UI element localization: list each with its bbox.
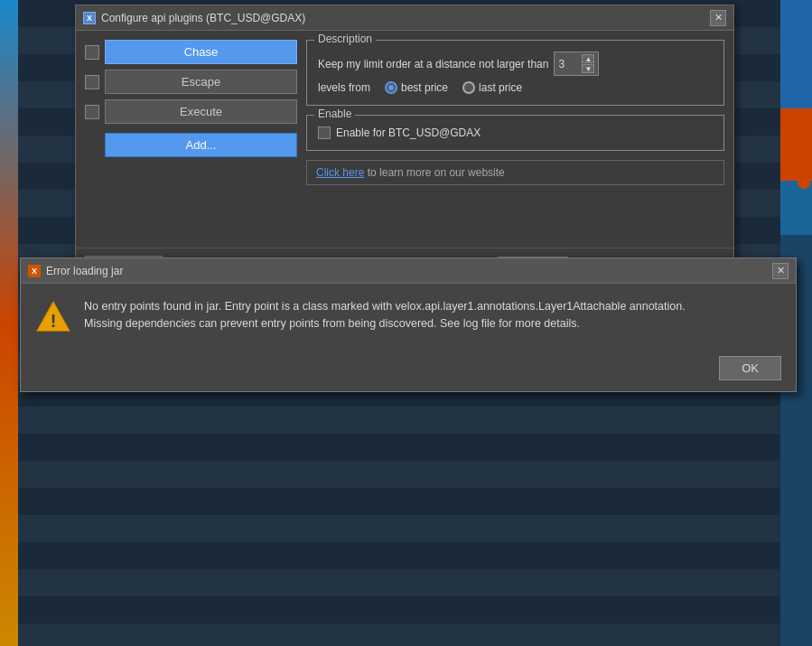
add-button[interactable]: Add...	[105, 133, 297, 157]
learn-more-link[interactable]: Click here	[316, 166, 364, 179]
configure-titlebar: X Configure api plugins (BTC_USD@GDAX) ✕	[76, 5, 733, 31]
warning-icon: !	[35, 298, 71, 334]
error-dialog: X Error loading jar ✕ ! No entry points …	[20, 257, 797, 392]
last-price-label: last price	[479, 81, 522, 94]
plugin-row-chase: Chase	[85, 40, 297, 64]
description-row2: levels from best price last price	[318, 81, 713, 94]
plugin-row-escape: Escape	[85, 70, 297, 94]
enable-label: Enable for BTC_USD@GDAX	[336, 126, 481, 139]
last-price-radio[interactable]	[462, 81, 475, 94]
description-fieldset: Description Keep my limit order at a dis…	[306, 40, 724, 106]
error-titlebar: X Error loading jar ✕	[21, 258, 796, 284]
description-legend: Description	[314, 33, 376, 45]
plugin-detail: Description Keep my limit order at a dis…	[306, 40, 724, 239]
execute-button[interactable]: Execute	[105, 99, 297, 124]
configure-title: Configure api plugins (BTC_USD@GDAX)	[101, 12, 305, 24]
chase-button[interactable]: Chase	[105, 40, 297, 64]
enable-fieldset: Enable Enable for BTC_USD@GDAX	[306, 115, 724, 151]
error-content: ! No entry points found in jar. Entry po…	[21, 284, 796, 349]
escape-checkbox[interactable]	[85, 75, 99, 89]
configure-title-icon: X	[83, 12, 96, 24]
configure-dialog: X Configure api plugins (BTC_USD@GDAX) ✕…	[75, 5, 734, 288]
error-title-icon: X	[28, 265, 41, 277]
ok-button[interactable]: OK	[719, 356, 781, 380]
radio-last-price[interactable]: last price	[462, 81, 522, 94]
escape-button[interactable]: Escape	[105, 70, 297, 94]
enable-checkbox-row: Enable for BTC_USD@GDAX	[318, 126, 713, 139]
best-price-radio[interactable]	[385, 81, 397, 94]
chase-checkbox[interactable]	[85, 45, 99, 60]
error-title-text: Error loading jar	[46, 265, 123, 277]
spinner-value: 3	[558, 58, 582, 70]
error-message: No entry points found in jar. Entry poin…	[84, 298, 781, 332]
error-line2: Missing dependencies can prevent entry p…	[84, 317, 580, 330]
error-footer: OK	[21, 349, 796, 391]
error-close-x[interactable]: ✕	[772, 263, 789, 279]
enable-checkbox[interactable]	[318, 126, 331, 139]
spinner-up[interactable]: ▲	[582, 54, 594, 63]
bg-left-bar	[0, 0, 18, 646]
description-text-before: Keep my limit order at a distance not la…	[318, 58, 548, 70]
best-price-dot	[388, 85, 394, 90]
spinner-down[interactable]: ▼	[582, 64, 594, 73]
best-price-label: best price	[401, 81, 448, 94]
plugin-list: Chase Escape Execute Add...	[85, 40, 297, 239]
radio-best-price[interactable]: best price	[385, 81, 448, 94]
execute-checkbox[interactable]	[85, 105, 99, 119]
spinner-distance[interactable]: 3 ▲ ▼	[554, 51, 599, 76]
configure-close-x[interactable]: ✕	[710, 10, 726, 26]
error-line1: No entry points found in jar. Entry poin…	[84, 300, 686, 313]
description-levels-text: levels from	[318, 81, 370, 94]
enable-legend: Enable	[314, 108, 355, 120]
link-row: Click here to learn more on our website	[306, 160, 724, 185]
plugin-row-execute: Execute	[85, 99, 297, 124]
svg-text:!: !	[51, 311, 57, 331]
description-row1: Keep my limit order at a distance not la…	[318, 51, 713, 76]
link-text-after: to learn more on our website	[368, 166, 505, 179]
